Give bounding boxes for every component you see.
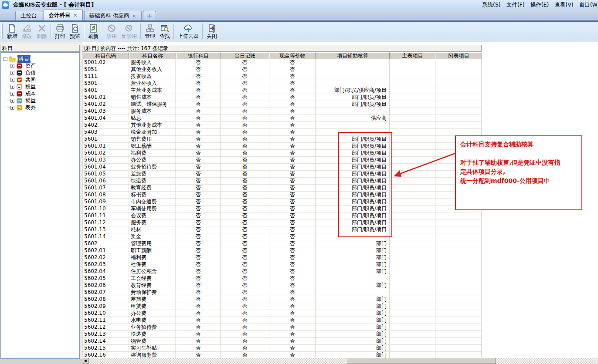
tab-close-icon[interactable]: × (73, 12, 78, 18)
table-row[interactable]: 5602.03社保费否否否部门 (82, 261, 482, 268)
table-row[interactable]: 5601.03办公费否否否部门/职员/项目 (82, 157, 482, 164)
table-row[interactable]: 5401.04贴息否否否供应商 (82, 115, 482, 122)
upload-cloud-button[interactable]: 上传云盘 (176, 22, 201, 40)
expand-icon[interactable]: + (10, 78, 14, 82)
tab-close-icon[interactable]: × (132, 13, 136, 19)
table-row[interactable]: 5602.01职工薪酬否否否部门 (82, 247, 482, 254)
tab-console[interactable]: 主控台 (15, 11, 42, 20)
undisable-button[interactable]: 反禁用 (119, 22, 139, 40)
table-row[interactable]: 5602管理费用否否否部门 (82, 240, 482, 247)
refresh-button[interactable]: 刷新 (86, 22, 101, 40)
add-tab-button[interactable]: ✛ (143, 11, 156, 20)
table-row[interactable]: 5601.10车辆使用费否否否部门/职员/项目 (82, 206, 482, 212)
table-row[interactable]: 5602.10办公费否否否部门 (82, 310, 482, 317)
table-row[interactable]: 5301营业外收入否否否 (82, 80, 482, 87)
table-row[interactable]: 5602.06教育经费否否否部门 (82, 282, 482, 289)
collapse-icon[interactable]: - (3, 57, 7, 61)
tree-root-node[interactable]: -科目 (3, 55, 31, 62)
menu-system[interactable]: 系统(S) (481, 1, 502, 9)
table-row[interactable]: 5602.14物管费否否否部门 (82, 338, 482, 345)
table-row[interactable]: 5602.02福利费否否否部门 (82, 254, 482, 261)
table-row[interactable]: 5602.05工会经费否否否 (82, 275, 482, 282)
new-button[interactable]: 新增 (5, 22, 20, 40)
cell (435, 59, 482, 66)
expand-icon[interactable]: + (10, 106, 14, 110)
table-row[interactable]: 5401.03服务成本否否否 (82, 108, 482, 115)
table-row[interactable]: 5602.08差旅费否否否部门 (82, 296, 482, 303)
expand-icon[interactable]: + (10, 64, 14, 68)
horizontal-scrollbar[interactable]: ◀ (82, 358, 598, 364)
tree-node-label: 权益 (24, 83, 37, 91)
column-header-2[interactable]: 银行科目 (176, 52, 221, 59)
table-row[interactable]: 5601.05差旅费否否否部门/职员/项目 (82, 171, 482, 178)
expand-icon[interactable]: + (10, 92, 14, 96)
tree-node-cost[interactable]: +成本 (10, 90, 37, 97)
column-header-5[interactable]: 项目辅助核算 (316, 52, 390, 59)
tree-node-profit-loss[interactable]: +损益 (10, 97, 37, 104)
tree-node-common[interactable]: +共同 (10, 76, 37, 83)
toolbar-grip[interactable] (1, 24, 3, 39)
column-header-6[interactable]: 主表项目 (390, 52, 435, 59)
table-row[interactable]: 5602.15实习生补贴否否否部门 (82, 345, 482, 352)
cell: 标书费 (129, 192, 176, 199)
menu-window[interactable]: 窗口(W) (578, 1, 598, 9)
table-row[interactable]: 5001.02服务收入否否否 (82, 59, 482, 66)
tree-node-equity[interactable]: +权益 (10, 83, 37, 90)
table-row[interactable]: 5601销售费用否否否部门/职员/项目 (82, 136, 482, 143)
table-row[interactable]: 5601.02福利费否否否部门/职员/项目 (82, 150, 482, 157)
menu-operate[interactable]: 操作(E) (529, 1, 550, 9)
table-row[interactable]: 5602.11水电费否否否部门 (82, 317, 482, 324)
table-row[interactable]: 5602.07劳动保护费否否否 (82, 289, 482, 296)
tree-node-asset[interactable]: +资产 (10, 62, 37, 69)
table-row[interactable]: 5601.07教育经费否否否部门/职员/项目 (82, 185, 482, 192)
expand-icon[interactable]: + (10, 99, 14, 103)
tree-node-liability[interactable]: +负债 (10, 69, 37, 76)
table-row[interactable]: 5111投资收益否否否 (82, 73, 482, 80)
tab-accounts[interactable]: 会计科目 × (44, 10, 83, 20)
column-header-4[interactable]: 现金等价物 (269, 52, 316, 59)
table-row[interactable]: 5601.08标书费否否否部门/职员/项目 (82, 192, 482, 199)
table-row[interactable]: 5602.16咨询服务费否否否部门 (82, 352, 482, 358)
manage-button[interactable]: 管理 (143, 22, 157, 40)
table-row[interactable]: 5602.13快递费否否否部门 (82, 331, 482, 338)
preview-button[interactable]: 预览 (68, 22, 82, 40)
menu-file[interactable]: 文件(F) (505, 1, 526, 9)
table-row[interactable]: 5401.02调试、维保服务否否否部门/职员/项目 (82, 101, 482, 108)
cell: 部门 (316, 254, 390, 261)
edit-button[interactable]: 修改 (20, 22, 34, 40)
menu-view[interactable]: 查看(V) (553, 1, 574, 9)
table-row[interactable]: 5602.04住房公积金否否否部门 (82, 268, 482, 275)
table-row[interactable]: 5602.12业务招待费否否否部门 (82, 324, 482, 331)
print-button[interactable]: 打印 (53, 22, 68, 40)
tree-node-off-balance[interactable]: +表外 (10, 104, 37, 111)
scrollbar-thumb[interactable] (347, 358, 496, 364)
table-row[interactable]: 5601.12服务费否否否部门/职员/项目 (82, 219, 482, 226)
expand-icon[interactable]: + (10, 71, 14, 75)
disable-button[interactable]: 禁用 (104, 22, 119, 40)
expand-icon[interactable]: + (10, 85, 14, 89)
table-row[interactable]: 5401.01销售成本否否否部门/职员/项目 (82, 94, 482, 101)
find-button[interactable]: 查找 (157, 22, 172, 40)
table-row[interactable]: 5601.04业务招待费否否否部门/职员/项目 (82, 164, 482, 171)
table-row[interactable]: 5601.01职工薪酬否否否部门/职员/项目 (82, 143, 482, 150)
column-header-3[interactable]: 出日记账 (221, 52, 269, 59)
cell: 业务招待费 (129, 324, 176, 331)
table-row[interactable]: 5401主营业务成本否否否部门/职员/供应商/项目 (82, 87, 482, 94)
table-row[interactable]: 5402其他业务成本否否否 (82, 122, 482, 129)
column-header-7[interactable]: 附表项目 (435, 52, 482, 59)
table-row[interactable]: 5601.14奖金否否否 (82, 233, 482, 240)
column-header-1[interactable]: 科目名称 (129, 52, 176, 59)
scroll-left-button[interactable]: ◀ (82, 358, 88, 364)
delete-button[interactable]: 删除 (34, 22, 49, 40)
cell: 5301 (82, 80, 129, 87)
table-row[interactable]: 5601.06快递费否否否部门/职员/项目 (82, 178, 482, 185)
column-header-0[interactable]: 科目代码 (82, 52, 129, 59)
table-row[interactable]: 5601.13耗材否否否部门/职员/项目 (82, 226, 482, 233)
table-row[interactable]: 5601.11会议费否否否部门/职员/项目 (82, 212, 482, 219)
table-row[interactable]: 5403税金及附加否否否 (82, 129, 482, 136)
close-button[interactable]: 关闭 (204, 22, 219, 40)
table-row[interactable]: 5602.09租赁费否否否部门 (82, 303, 482, 310)
table-row[interactable]: 5601.09市内交通费否否否部门/职员/项目 (82, 199, 482, 206)
tab-suppliers[interactable]: 基础资料-供应商 × (84, 11, 142, 20)
table-row[interactable]: 5051其他业务收入否否否 (82, 66, 482, 73)
